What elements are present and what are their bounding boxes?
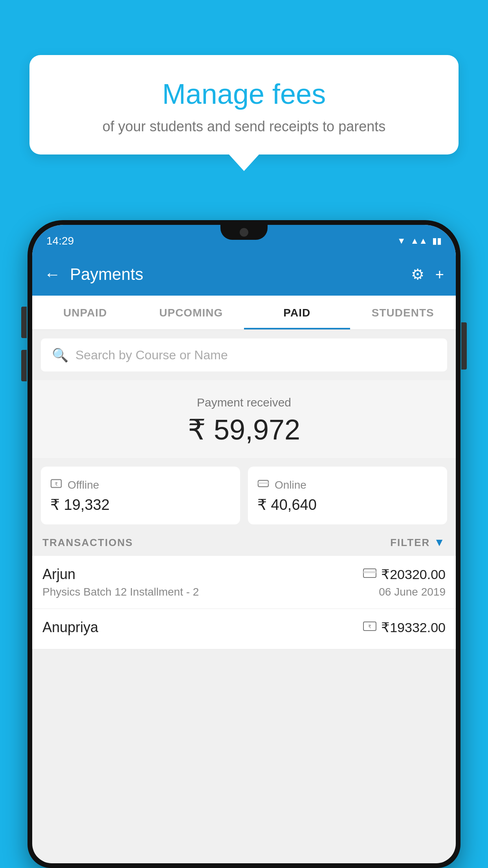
- transaction-amount-arjun: ₹20320.00: [381, 566, 446, 582]
- payment-received-amount: ₹ 59,972: [32, 413, 456, 446]
- svg-text:₹: ₹: [368, 624, 371, 629]
- filter-label: FILTER: [390, 537, 430, 549]
- offline-label: Offline: [68, 479, 99, 491]
- transaction-amount-wrap-anupriya: ₹ ₹19332.00: [363, 620, 446, 635]
- transaction-name-anupriya: Anupriya: [42, 619, 98, 636]
- back-button[interactable]: ←: [44, 265, 61, 284]
- signal-icon: ▲▲: [410, 236, 427, 246]
- power-button[interactable]: [461, 322, 467, 370]
- svg-rect-3: [258, 482, 268, 484]
- transaction-item-anupriya[interactable]: Anupriya ₹ ₹19332.00: [32, 609, 456, 649]
- transaction-item-arjun[interactable]: Arjun ₹20320.00 Physics Batch 12: [32, 556, 456, 609]
- phone-screen: 14:29 ▼ ▲▲ ▮▮ ← Payments ⚙ + UNPAID UPCO…: [32, 225, 456, 863]
- volume-down-button[interactable]: [21, 350, 27, 381]
- search-bar[interactable]: 🔍 Search by Course or Name: [41, 338, 447, 371]
- filter-icon: ▼: [434, 536, 446, 549]
- search-placeholder: Search by Course or Name: [75, 348, 228, 362]
- phone-notch: [220, 225, 268, 240]
- online-label: Online: [275, 479, 306, 491]
- tooltip-card: Manage fees of your students and send re…: [29, 55, 459, 154]
- payment-cards: ₹ Offline ₹ 19,332: [32, 458, 456, 524]
- status-time: 14:29: [46, 235, 74, 247]
- transaction-name-arjun: Arjun: [42, 566, 75, 583]
- tooltip-subtitle: of your students and send receipts to pa…: [49, 118, 439, 135]
- offline-card: ₹ Offline ₹ 19,332: [41, 467, 240, 524]
- offline-amount: ₹ 19,332: [50, 496, 231, 513]
- tooltip-title: Manage fees: [49, 79, 439, 110]
- payment-card-icon-anupriya: ₹: [363, 621, 376, 634]
- tab-bar: UNPAID UPCOMING PAID STUDENTS: [32, 296, 456, 330]
- tab-students[interactable]: STUDENTS: [350, 296, 456, 329]
- filter-button[interactable]: FILTER ▼: [390, 536, 446, 549]
- online-icon: [257, 478, 269, 492]
- transactions-label: TRANSACTIONS: [42, 537, 133, 549]
- tab-unpaid[interactable]: UNPAID: [32, 296, 138, 329]
- search-icon: 🔍: [52, 347, 68, 363]
- volume-up-button[interactable]: [21, 307, 27, 338]
- transaction-desc-arjun: Physics Batch 12 Installment - 2: [42, 586, 199, 598]
- status-icons: ▼ ▲▲ ▮▮: [397, 236, 442, 246]
- transaction-amount-wrap-arjun: ₹20320.00: [363, 566, 446, 582]
- tab-upcoming[interactable]: UPCOMING: [138, 296, 244, 329]
- app-bar: ← Payments ⚙ +: [32, 253, 456, 296]
- svg-rect-5: [363, 571, 376, 573]
- phone-frame: 14:29 ▼ ▲▲ ▮▮ ← Payments ⚙ + UNPAID UPCO…: [28, 220, 460, 868]
- transaction-amount-anupriya: ₹19332.00: [381, 620, 446, 635]
- payment-received-section: Payment received ₹ 59,972: [32, 380, 456, 458]
- payment-received-label: Payment received: [32, 396, 456, 409]
- add-icon[interactable]: +: [435, 266, 444, 283]
- content-area: 🔍 Search by Course or Name Payment recei…: [32, 338, 456, 649]
- app-bar-title: Payments: [70, 265, 402, 284]
- app-bar-icons: ⚙ +: [411, 266, 444, 283]
- transaction-date-arjun: 06 June 2019: [379, 586, 446, 598]
- battery-icon: ▮▮: [432, 236, 442, 246]
- transactions-header: TRANSACTIONS FILTER ▼: [32, 524, 456, 556]
- offline-icon: ₹: [50, 478, 62, 492]
- wifi-icon: ▼: [397, 236, 406, 246]
- online-card: Online ₹ 40,640: [248, 467, 447, 524]
- payment-card-icon-arjun: [363, 568, 376, 581]
- online-amount: ₹ 40,640: [257, 496, 438, 513]
- tab-paid[interactable]: PAID: [244, 296, 350, 329]
- front-camera: [240, 228, 248, 237]
- svg-text:₹: ₹: [55, 481, 58, 487]
- settings-icon[interactable]: ⚙: [411, 266, 424, 283]
